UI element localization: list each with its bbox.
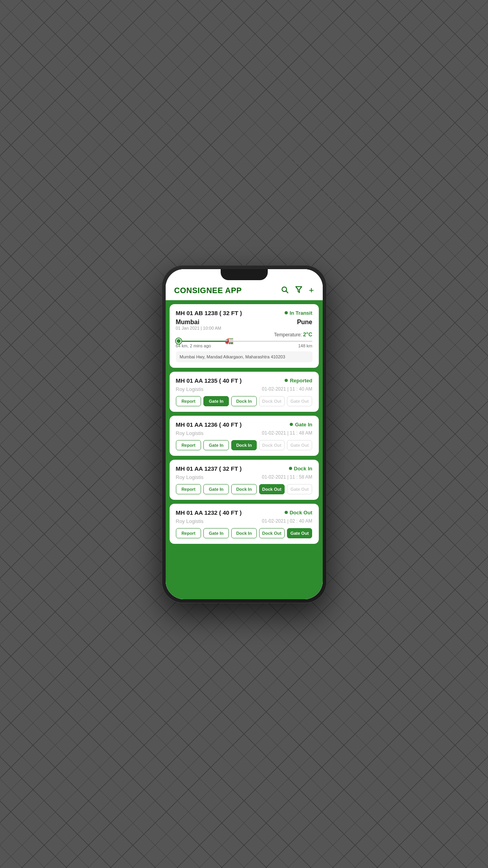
card-reported-datetime: 01-02-2021 | 11 : 40 AM bbox=[262, 386, 313, 392]
status-dot-dockout bbox=[285, 511, 288, 514]
from-city-date: 01 Jan 2021 | 10:00 AM bbox=[176, 326, 221, 330]
btn-gatein-3[interactable]: Gate In bbox=[203, 484, 229, 494]
phone-screen: CONSIGNEE APP + bbox=[166, 269, 323, 599]
temperature-row: Temperature: 2°C bbox=[176, 331, 313, 338]
card-dockout-company: Roy Logistis bbox=[176, 518, 204, 524]
status-badge-dockin: Dock In bbox=[289, 466, 313, 472]
card-reported-btn-row: Report Gate In Dock In Dock Out Gate Out bbox=[176, 396, 313, 406]
btn-report-4[interactable]: Report bbox=[176, 528, 201, 538]
btn-dockout-2: Dock Out bbox=[259, 440, 285, 450]
app-screen: CONSIGNEE APP + bbox=[166, 269, 323, 599]
btn-dockout-3[interactable]: Dock Out bbox=[259, 484, 285, 494]
svg-line-1 bbox=[286, 291, 288, 293]
phone-notch bbox=[221, 269, 268, 280]
card-dockout-datetime: 01-02-2021 | 02 : 40 AM bbox=[262, 518, 313, 524]
btn-gateout-2: Gate Out bbox=[287, 440, 313, 450]
btn-dockin-1[interactable]: Dock In bbox=[231, 396, 257, 406]
card-gatein-sub: Roy Logistis 01-02-2021 | 11 : 48 AM bbox=[176, 430, 313, 436]
card-gatein: MH 01 AA 1236 ( 40 FT ) Gate In Roy Logi… bbox=[170, 416, 319, 456]
address-bar: Mumbai Hwy, Mandad Atkargaon, Maharashtr… bbox=[176, 351, 313, 362]
btn-gateout-3: Gate Out bbox=[287, 484, 313, 494]
btn-dockin-3[interactable]: Dock In bbox=[231, 484, 257, 494]
card-reported-id: MH 01 AA 1235 ( 40 FT ) bbox=[176, 377, 242, 384]
card-transit-id: MH 01 AB 1238 ( 32 FT ) bbox=[176, 310, 242, 316]
btn-gatein-1[interactable]: Gate In bbox=[203, 396, 229, 406]
status-badge-transit: In Transit bbox=[285, 310, 313, 316]
status-badge-gatein: Gate In bbox=[290, 422, 312, 428]
card-dockin-id: MH 01 AA 1237 ( 32 FT ) bbox=[176, 465, 242, 472]
status-badge-dockout: Dock Out bbox=[285, 510, 313, 516]
btn-dockout-4[interactable]: Dock Out bbox=[259, 528, 285, 538]
status-badge-reported: Reported bbox=[285, 378, 312, 384]
card-dockin: MH 01 AA 1237 ( 32 FT ) Dock In Roy Logi… bbox=[170, 460, 319, 500]
card-reported-company: Roy Logistis bbox=[176, 386, 204, 392]
btn-gatein-4[interactable]: Gate In bbox=[203, 528, 229, 538]
progress-label-right: 148 km bbox=[298, 343, 312, 348]
btn-dockin-2[interactable]: Dock In bbox=[231, 440, 257, 450]
svg-marker-2 bbox=[296, 286, 302, 292]
progress-label-left: 64 km, 2 mins ago bbox=[176, 343, 211, 348]
card-gatein-header: MH 01 AA 1236 ( 40 FT ) Gate In bbox=[176, 421, 313, 428]
to-city-name: Pune bbox=[297, 319, 312, 326]
temperature-label: Temperature: bbox=[274, 332, 302, 338]
status-label-dockin: Dock In bbox=[294, 466, 313, 472]
btn-dockin-4[interactable]: Dock In bbox=[231, 528, 257, 538]
status-dot-dockin bbox=[289, 467, 292, 470]
card-gatein-btn-row: Report Gate In Dock In Dock Out Gate Out bbox=[176, 440, 313, 450]
card-transit-header: MH 01 AB 1238 ( 32 FT ) In Transit bbox=[176, 310, 313, 316]
status-label-gatein: Gate In bbox=[295, 422, 312, 428]
card-reported: MH 01 AA 1235 ( 40 FT ) Reported Roy Log… bbox=[170, 372, 319, 412]
add-icon[interactable]: + bbox=[309, 286, 314, 295]
from-city-name: Mumbai bbox=[176, 319, 221, 326]
route-row: Mumbai 01 Jan 2021 | 10:00 AM Pune bbox=[176, 319, 313, 330]
phone-frame: CONSIGNEE APP + bbox=[162, 265, 327, 603]
btn-gatein-2[interactable]: Gate In bbox=[203, 440, 229, 450]
btn-gateout-4[interactable]: Gate Out bbox=[287, 528, 313, 538]
btn-report-2[interactable]: Report bbox=[176, 440, 201, 450]
search-icon[interactable] bbox=[281, 286, 289, 295]
status-dot-transit bbox=[285, 311, 288, 314]
card-transit: MH 01 AB 1238 ( 32 FT ) In Transit Mumba… bbox=[170, 304, 319, 368]
filter-icon[interactable] bbox=[295, 286, 303, 295]
btn-report-1[interactable]: Report bbox=[176, 396, 201, 406]
card-dockout-sub: Roy Logistis 01-02-2021 | 02 : 40 AM bbox=[176, 518, 313, 524]
card-reported-header: MH 01 AA 1235 ( 40 FT ) Reported bbox=[176, 377, 313, 384]
progress-fill bbox=[176, 341, 230, 342]
app-title: CONSIGNEE APP bbox=[174, 286, 242, 295]
card-dockin-datetime: 01-02-2021 | 11 : 58 AM bbox=[262, 474, 313, 480]
card-dockin-sub: Roy Logistis 01-02-2021 | 11 : 58 AM bbox=[176, 474, 313, 480]
temperature-value: 2°C bbox=[303, 331, 313, 338]
status-label-dockout: Dock Out bbox=[290, 510, 313, 516]
btn-dockout-1: Dock Out bbox=[259, 396, 285, 406]
card-reported-sub: Roy Logistis 01-02-2021 | 11 : 40 AM bbox=[176, 386, 313, 392]
progress-thumb-start bbox=[176, 338, 181, 344]
truck-icon: 🚛 bbox=[225, 336, 234, 345]
main-content: MH 01 AB 1238 ( 32 FT ) In Transit Mumba… bbox=[166, 300, 323, 599]
card-gatein-company: Roy Logistis bbox=[176, 430, 204, 436]
status-label-reported: Reported bbox=[290, 378, 312, 384]
card-gatein-id: MH 01 AA 1236 ( 40 FT ) bbox=[176, 421, 242, 428]
card-dockout-header: MH 01 AA 1232 ( 40 FT ) Dock Out bbox=[176, 509, 313, 516]
card-dockout: MH 01 AA 1232 ( 40 FT ) Dock Out Roy Log… bbox=[170, 504, 319, 544]
status-dot-reported bbox=[285, 379, 288, 382]
btn-report-3[interactable]: Report bbox=[176, 484, 201, 494]
status-dot-gatein bbox=[290, 423, 293, 426]
btn-gateout-1: Gate Out bbox=[287, 396, 313, 406]
card-dockin-btn-row: Report Gate In Dock In Dock Out Gate Out bbox=[176, 484, 313, 494]
card-dockin-header: MH 01 AA 1237 ( 32 FT ) Dock In bbox=[176, 465, 313, 472]
from-city: Mumbai 01 Jan 2021 | 10:00 AM bbox=[176, 319, 221, 330]
card-dockin-company: Roy Logistis bbox=[176, 474, 204, 480]
card-dockout-btn-row: Report Gate In Dock In Dock Out Gate Out bbox=[176, 528, 313, 538]
progress-labels: 64 km, 2 mins ago 148 km bbox=[176, 343, 313, 348]
card-dockout-id: MH 01 AA 1232 ( 40 FT ) bbox=[176, 509, 242, 516]
progress-track: 🚛 bbox=[176, 341, 313, 342]
to-city: Pune bbox=[297, 319, 312, 330]
progress-container: 🚛 bbox=[176, 341, 313, 342]
status-label-transit: In Transit bbox=[290, 310, 313, 316]
card-gatein-datetime: 01-02-2021 | 11 : 48 AM bbox=[262, 430, 313, 436]
header-icons: + bbox=[281, 286, 314, 295]
